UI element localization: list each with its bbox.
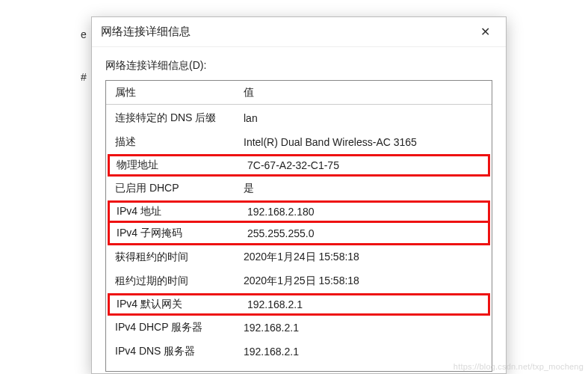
bg-char-1: e [81, 28, 87, 40]
value-cell: 是 [241, 182, 492, 195]
property-cell: IPv4 子网掩码 [110, 227, 244, 240]
value-cell: 192.168.2.1 [241, 322, 492, 334]
details-listbox[interactable]: 属性 值 连接特定的 DNS 后缀lan描述Intel(R) Dual Band… [105, 80, 492, 372]
value-cell: 192.168.2.180 [244, 206, 488, 218]
list-header: 属性 值 [106, 81, 492, 105]
column-header-value[interactable]: 值 [241, 86, 492, 99]
property-cell: 获得租约的时间 [106, 251, 241, 264]
property-cell: 描述 [106, 135, 241, 149]
column-header-property[interactable]: 属性 [106, 86, 241, 99]
property-cell: IPv4 DHCP 服务器 [106, 321, 241, 334]
titlebar: 网络连接详细信息 ✕ [92, 17, 506, 47]
list-row[interactable]: IPv4 DHCP 服务器192.168.2.1 [106, 316, 492, 340]
background: e # 网络连接详细信息 ✕ 网络连接详细信息(D): 属性 值 连接特定的 D… [0, 0, 588, 374]
bg-char-2: # [81, 71, 87, 83]
property-cell: 物理地址 [110, 159, 244, 172]
list-body: 连接特定的 DNS 后缀lan描述Intel(R) Dual Band Wire… [106, 105, 492, 364]
list-row[interactable]: 租约过期的时间2020年1月25日 15:58:18 [106, 269, 492, 293]
list-row[interactable]: IPv4 子网掩码255.255.255.0 [108, 223, 490, 245]
section-label: 网络连接详细信息(D): [105, 59, 492, 73]
watermark: https://blog.csdn.net/txp_mocheng [454, 362, 584, 371]
dialog-title: 网络连接详细信息 [101, 25, 191, 39]
value-cell: 255.255.255.0 [244, 227, 488, 239]
value-cell: 2020年1月24日 15:58:18 [241, 251, 492, 264]
dialog-content: 网络连接详细信息(D): 属性 值 连接特定的 DNS 后缀lan描述Intel… [92, 47, 506, 372]
property-cell: IPv4 地址 [110, 205, 244, 218]
property-cell: IPv4 DNS 服务器 [106, 345, 241, 358]
list-row[interactable]: 连接特定的 DNS 后缀lan [106, 106, 492, 130]
value-cell: lan [241, 112, 492, 124]
value-cell: 192.168.2.1 [244, 298, 488, 310]
list-row[interactable]: 已启用 DHCP是 [106, 177, 492, 200]
property-cell: IPv4 默认网关 [110, 298, 244, 311]
value-cell: 2020年1月25日 15:58:18 [241, 275, 492, 288]
value-cell: 192.168.2.1 [241, 346, 492, 358]
value-cell: 7C-67-A2-32-C1-75 [244, 159, 488, 171]
list-row[interactable]: IPv4 DNS 服务器192.168.2.1 [106, 340, 492, 364]
property-cell: 已启用 DHCP [106, 182, 241, 195]
list-row[interactable]: 描述Intel(R) Dual Band Wireless-AC 3165 [106, 130, 492, 154]
network-details-dialog: 网络连接详细信息 ✕ 网络连接详细信息(D): 属性 值 连接特定的 DNS 后… [91, 16, 507, 374]
close-button[interactable]: ✕ [473, 20, 497, 44]
property-cell: 连接特定的 DNS 后缀 [106, 111, 241, 125]
list-row[interactable]: 物理地址7C-67-A2-32-C1-75 [108, 154, 490, 177]
close-icon: ✕ [480, 25, 490, 39]
value-cell: Intel(R) Dual Band Wireless-AC 3165 [241, 136, 492, 148]
list-row[interactable]: IPv4 地址192.168.2.180 [108, 200, 490, 223]
property-cell: 租约过期的时间 [106, 275, 241, 288]
list-row[interactable]: IPv4 默认网关192.168.2.1 [108, 293, 490, 316]
list-row[interactable]: 获得租约的时间2020年1月24日 15:58:18 [106, 245, 492, 269]
